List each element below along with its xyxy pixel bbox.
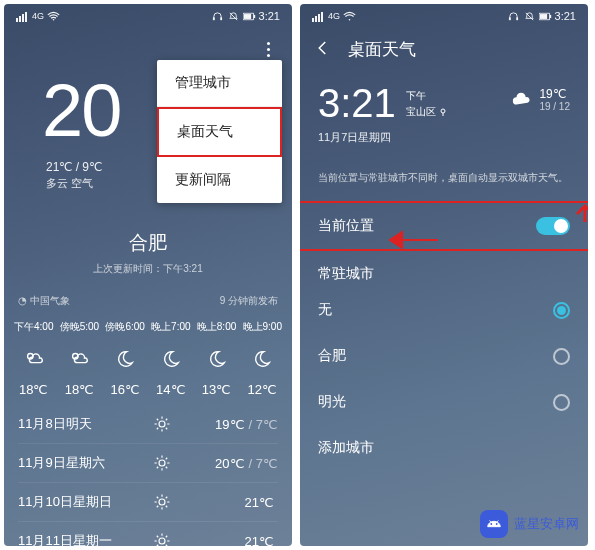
hourly-time: 晚上7:00 <box>151 320 190 334</box>
menu-update-interval[interactable]: 更新间隔 <box>157 157 282 203</box>
phone-right: 4G 3:21 桌面天气 3:21 下午 宝山区 19℃ 19 / 12 <box>300 4 588 546</box>
status-bar: 4G 3:21 <box>300 4 588 24</box>
current-location-label: 当前位置 <box>318 217 374 235</box>
hourly-temp: 18℃ <box>65 382 94 397</box>
radio-none[interactable] <box>553 302 570 319</box>
hourly-item: 下午4:0018℃ <box>14 320 53 397</box>
hourly-time: 傍晚5:00 <box>60 320 99 334</box>
source-label: ◔ 中国气象 <box>18 294 70 308</box>
update-time: 上次更新时间：下午3:21 <box>4 262 292 276</box>
menu-manage-cities[interactable]: 管理城市 <box>157 60 282 107</box>
daily-date: 11月9日星期六 <box>18 454 126 472</box>
hourly-time: 下午4:00 <box>14 320 53 334</box>
daily-forecast: 11月8日明天19℃/ 7℃11月9日星期六20℃/ 7℃11月10日星期日21… <box>4 397 292 546</box>
hourly-time: 晚上9:00 <box>243 320 282 334</box>
watermark: 蓝星安卓网 <box>472 506 587 542</box>
status-bar: 4G 3:21 <box>4 4 292 24</box>
svg-point-13 <box>159 460 165 466</box>
hint-text: 当前位置与常驻城市不同时，桌面自动显示双城市天气。 <box>300 159 588 201</box>
daily-row: 11月11日星期一21℃ <box>18 521 278 546</box>
publish-label: 9 分钟前发布 <box>220 294 278 308</box>
svg-rect-22 <box>508 17 510 20</box>
moon-icon <box>251 348 273 372</box>
daily-row: 11月8日明天19℃/ 7℃ <box>18 405 278 443</box>
svg-rect-23 <box>516 17 518 20</box>
hourly-item: 晚上8:0013℃ <box>197 320 236 397</box>
svg-rect-3 <box>25 12 27 22</box>
svg-rect-26 <box>549 14 551 17</box>
svg-point-15 <box>159 538 165 544</box>
svg-rect-17 <box>312 18 314 22</box>
location-pin-icon <box>439 108 447 116</box>
svg-point-12 <box>159 421 165 427</box>
hourly-temp: 14℃ <box>156 382 185 397</box>
current-temp: 20 <box>42 68 120 153</box>
daily-date: 11月8日明天 <box>18 415 126 433</box>
city-name: 合肥 <box>4 230 292 256</box>
radio-mingguang[interactable] <box>553 394 570 411</box>
mute-icon <box>227 11 240 22</box>
clock-time: 3:21 <box>318 81 396 126</box>
dropdown-menu: 管理城市 桌面天气 更新间隔 <box>157 60 282 203</box>
status-time: 3:21 <box>259 10 280 22</box>
daily-temps: 20℃/ 7℃ <box>198 456 278 471</box>
add-city-label: 添加城市 <box>318 439 374 457</box>
option-mingguang-label: 明光 <box>318 393 346 411</box>
moon-icon <box>206 348 228 372</box>
svg-rect-6 <box>220 17 222 20</box>
hourly-item: 傍晚5:0018℃ <box>60 320 99 397</box>
hourly-time: 傍晚6:00 <box>105 320 144 334</box>
watermark-text: 蓝星安卓网 <box>514 515 579 533</box>
clock-temp-range: 19 / 12 <box>539 101 570 112</box>
hourly-item: 晚上9:0012℃ <box>243 320 282 397</box>
daily-date: 11月11日星期一 <box>18 532 126 546</box>
hourly-temp: 18℃ <box>19 382 48 397</box>
clock-ampm: 下午 <box>406 89 447 103</box>
hourly-temp: 12℃ <box>248 382 277 397</box>
radio-hefei[interactable] <box>553 348 570 365</box>
daily-temps: 21℃ <box>198 534 278 547</box>
svg-rect-18 <box>315 16 317 22</box>
menu-desktop-weather[interactable]: 桌面天气 <box>157 107 282 157</box>
option-none[interactable]: 无 <box>300 287 588 333</box>
cloudy-sun-icon <box>68 348 90 372</box>
sun-icon <box>126 415 198 433</box>
resident-city-label: 常驻城市 <box>318 265 374 283</box>
svg-rect-25 <box>539 14 546 19</box>
add-city-button[interactable]: 添加城市 <box>300 425 588 471</box>
svg-point-29 <box>496 523 498 525</box>
hourly-forecast: 下午4:0018℃傍晚5:0018℃傍晚6:0016℃晚上7:0014℃晚上8:… <box>4 316 292 397</box>
wifi-icon <box>343 11 356 22</box>
headphone-icon <box>211 11 224 22</box>
daily-date: 11月10日星期日 <box>18 493 126 511</box>
hourly-time: 晚上8:00 <box>197 320 236 334</box>
clock-temp: 19℃ <box>539 87 570 101</box>
svg-point-14 <box>159 499 165 505</box>
back-button[interactable] <box>314 39 332 61</box>
hourly-item: 傍晚6:0016℃ <box>105 320 144 397</box>
svg-rect-5 <box>212 17 214 20</box>
svg-rect-9 <box>253 14 255 17</box>
status-time: 3:21 <box>555 10 576 22</box>
annotation-arrow <box>555 204 588 228</box>
current-location-row[interactable]: 当前位置 <box>300 201 588 251</box>
sun-icon <box>126 532 198 546</box>
headphone-icon <box>507 11 520 22</box>
option-mingguang[interactable]: 明光 <box>300 379 588 425</box>
moon-icon <box>160 348 182 372</box>
option-none-label: 无 <box>318 301 332 319</box>
daily-row: 11月9日星期六20℃/ 7℃ <box>18 443 278 482</box>
cloud-icon <box>511 91 533 109</box>
annotation-arrow <box>380 228 440 252</box>
android-icon <box>480 510 508 538</box>
svg-point-21 <box>349 18 351 20</box>
moon-icon <box>114 348 136 372</box>
daily-temps: 19℃/ 7℃ <box>198 417 278 432</box>
svg-rect-8 <box>243 14 250 19</box>
option-hefei[interactable]: 合肥 <box>300 333 588 379</box>
hourly-temp: 13℃ <box>202 382 231 397</box>
phone-left: 4G 3:21 管理城市 桌面天气 更新间隔 20 21℃ / 9℃ 多云 空气… <box>4 4 292 546</box>
daily-temps: 21℃ <box>198 495 278 510</box>
temp-range: 21℃ / 9℃ <box>46 160 102 174</box>
signal-icon <box>16 11 29 22</box>
